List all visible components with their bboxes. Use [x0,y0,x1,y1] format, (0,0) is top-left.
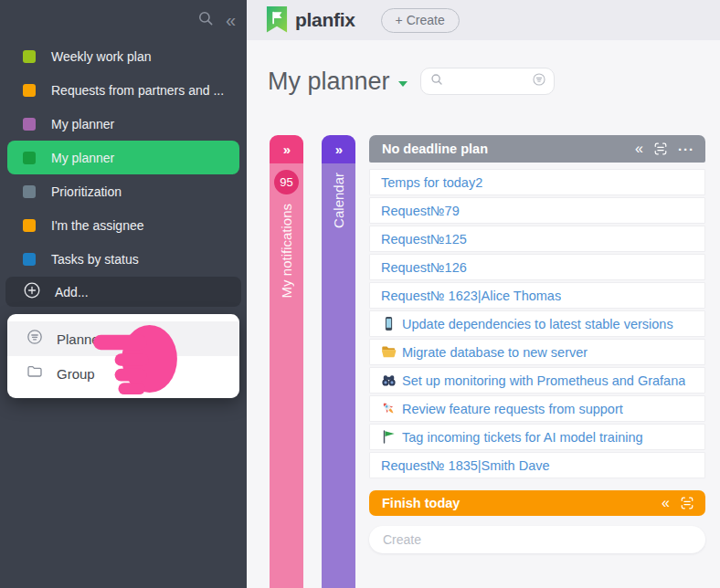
sidebar-item-label: My planner [51,117,114,131]
calendar-panel-body[interactable]: Calendar [322,163,355,588]
planner-list: Weekly work plan Requests from partners … [0,39,247,276]
sidebar-toolbar: « [196,9,236,31]
flag-icon [381,429,397,445]
planner-color-square [23,118,36,131]
collapse-icon[interactable]: « [662,496,670,510]
calendar-expand-button[interactable]: » [322,135,355,163]
sidebar-item-label: Prioritization [51,184,122,199]
search-icon [429,72,444,90]
sidebar-item-label: I'm the assignee [51,218,144,233]
task-title: Migrate database to new server [402,345,588,360]
plus-circle-icon [23,281,41,303]
finish-today-header: Finish today « [369,490,705,516]
double-chevron-right-icon: » [283,142,290,157]
plan-column: No deadline plan « ··· Temps for today2R… [369,135,705,553]
planner-color-square [23,152,36,164]
sidebar-item-my-planner[interactable]: My planner [7,107,239,141]
notifications-expand-button[interactable]: » [270,135,303,163]
page-title: My planner [268,69,390,94]
collapse-sidebar-icon[interactable]: « [226,11,236,29]
task-row[interactable]: Request№ 1623|Alice Thomas [369,282,705,309]
planner-color-square [23,84,36,97]
add-planner-label: Add... [55,285,89,299]
task-title: Request№ 1623|Alice Thomas [381,289,561,303]
main-area: My planner » 95 My notifications » [247,40,720,588]
planner-color-square [23,219,36,232]
planner-icon [26,329,43,349]
planner-color-square [23,185,36,198]
open-folder-icon [381,344,397,360]
task-title: Review feature requests from support [402,402,623,416]
planner-search [420,68,555,95]
bookmark-flag-icon [265,6,289,34]
planner-color-square [23,253,36,266]
double-chevron-right-icon: » [335,142,342,157]
task-row[interactable]: Set up monitoring with Prometheus and Gr… [369,367,705,394]
notifications-panel-label: My notifications [279,204,294,298]
task-row[interactable]: Request№125 [369,226,705,252]
sidebar-item-weekly-work-plan[interactable]: Weekly work plan [7,39,239,73]
binoculars-icon [381,373,397,388]
task-title: Request№125 [381,232,467,247]
add-menu-popup: Planner Group [7,314,239,398]
plan-title: No deadline plan [382,142,635,156]
planfix-app: « Weekly work plan Requests from partner… [0,0,720,588]
plan-title: Finish today [382,496,662,510]
task-row[interactable]: Migrate database to new server [369,339,705,365]
no-deadline-plan-header: No deadline plan « ··· [369,135,705,163]
rocket-icon [381,401,397,416]
create-task-input[interactable] [369,526,705,553]
search-icon[interactable] [196,9,215,31]
more-icon[interactable]: ··· [678,142,694,156]
sidebar-item-tasks-by-status[interactable]: Tasks by status [7,242,239,276]
task-list: Temps for today2Request№79Request№125Req… [369,169,705,478]
notifications-badge: 95 [274,170,299,194]
task-row[interactable]: Temps for today2 [369,169,705,195]
filter-icon[interactable] [532,72,546,90]
collapse-icon[interactable]: « [635,142,643,156]
topbar: planfix + Create [247,0,720,40]
notifications-panel-body[interactable]: 95 My notifications [270,163,303,588]
task-row[interactable]: Review feature requests from support [369,395,705,422]
sidebar-item-i-m-the-assignee[interactable]: I'm the assignee [7,208,239,242]
sidebar-item-requests-from-partners-and[interactable]: Requests from partners and ... [7,73,239,107]
popup-item-group[interactable]: Group [7,356,239,391]
sidebar-item-label: Requests from partners and ... [51,83,224,98]
task-title: Request№126 [381,260,467,275]
planfix-logo[interactable]: planfix [265,6,355,34]
task-row[interactable]: Request№ 1835|Smith Dave [369,452,705,478]
sidebar-item-label: My planner [51,151,114,165]
sidebar-item-label: Tasks by status [51,252,139,267]
sidebar-item-prioritization[interactable]: Prioritization [7,174,239,208]
sidebar-item-label: Weekly work plan [51,49,151,64]
create-button[interactable]: + Create [381,8,460,33]
task-title: Request№ 1835|Smith Dave [381,458,550,473]
dropdown-caret-icon[interactable] [398,81,408,87]
task-title: Temps for today2 [381,175,482,190]
task-row[interactable]: Update dependencies to latest stable ver… [369,310,705,337]
frame-icon[interactable] [653,142,668,156]
logo-text: planfix [295,9,355,31]
add-planner-button[interactable]: Add... [5,277,241,307]
calendar-panel: » Calendar [322,135,355,588]
sidebar-item-my-planner[interactable]: My planner [7,141,239,174]
popup-item-label: Group [57,366,95,382]
folder-outline-icon [26,363,43,383]
notifications-panel: » 95 My notifications [270,135,303,588]
title-row: My planner [247,40,720,95]
frame-icon[interactable] [680,496,694,510]
task-row[interactable]: Tag incoming tickets for AI model traini… [369,424,705,450]
popup-item-planner[interactable]: Planner [7,321,239,356]
popup-item-label: Planner [57,331,104,347]
sidebar: « Weekly work plan Requests from partner… [0,0,247,588]
task-title: Tag incoming tickets for AI model traini… [402,430,643,445]
task-title: Request№79 [381,204,460,218]
planner-search-input[interactable] [444,75,532,89]
task-row[interactable]: Request№126 [369,254,705,280]
calendar-panel-label: Calendar [331,173,346,228]
task-row[interactable]: Request№79 [369,197,705,224]
task-title: Update dependencies to latest stable ver… [402,317,673,331]
planner-color-square [23,50,36,63]
task-title: Set up monitoring with Prometheus and Gr… [402,373,685,388]
phone-icon [381,316,397,331]
